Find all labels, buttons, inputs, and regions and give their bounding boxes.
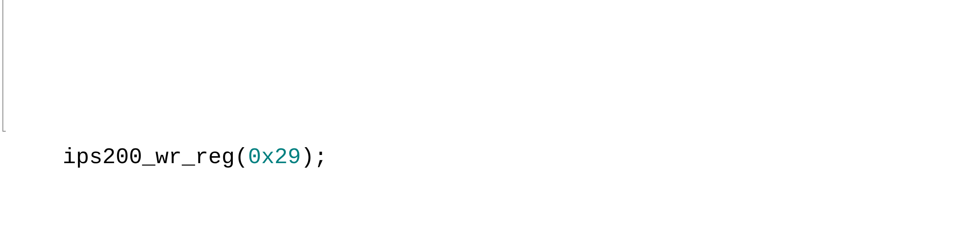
code-text: );: [301, 145, 327, 170]
code-line-1: ips200_wr_reg(0x29);: [0, 141, 980, 174]
fold-guide: [2, 0, 6, 132]
code-snippet: ips200_wr_reg(0x29); ips200_clear(IPS200…: [0, 0, 980, 249]
code-text: ips200_wr_reg(: [10, 145, 248, 170]
numeric-literal: 0x29: [248, 145, 301, 170]
